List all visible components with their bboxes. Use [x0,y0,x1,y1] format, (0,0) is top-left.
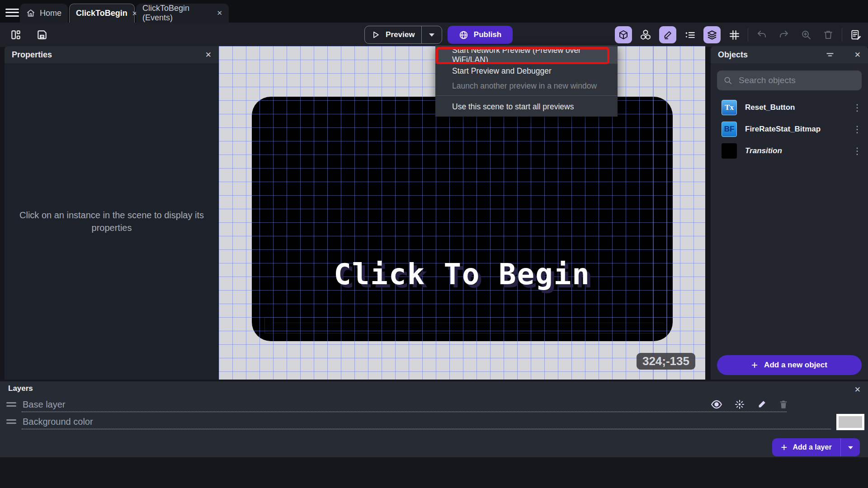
objects-close-icon[interactable]: ✕ [854,50,861,60]
bitmap-font-object-icon: BF [722,122,737,137]
sprite-object-icon [722,143,737,159]
preview-options-menu: Start Network Preview (Preview over WiFi… [435,45,618,117]
objects-search-input[interactable] [739,75,855,85]
object-menu-dots-icon[interactable]: ⋮ [853,102,862,113]
menu-item-launch-another-preview: Launch another preview in a new window [435,79,618,94]
add-layer-dropdown-arrow[interactable] [841,438,860,456]
object-row-fireratestat-bitmap[interactable]: BF FireRateStat_Bitmap ⋮ [711,118,868,140]
tab-scene-label: ClickToBegin [76,9,127,18]
layers-close-icon[interactable]: ✕ [854,385,861,394]
cursor-coordinates-badge: 324;-135 [637,353,695,370]
properties-empty-message: Click on an instance in the scene to dis… [14,209,209,234]
properties-panel-title: Properties [12,50,52,60]
menu-divider [435,95,618,96]
gdevelop-window: Home ClickToBegin ✕ ClickToBegin (Events… [0,0,868,488]
object-name: Reset_Button [745,103,795,112]
object-menu-dots-icon[interactable]: ⋮ [853,124,862,135]
background-color-label: Background color [23,417,93,427]
layer-delete-trash-icon[interactable] [778,399,788,409]
object-row-reset-button[interactable]: Tx Reset_Button ⋮ [711,97,868,118]
add-new-object-button[interactable]: + Add a new object [717,355,862,375]
objects-panel-title: Objects [718,50,748,60]
object-name: FireRateStat_Bitmap [745,125,821,134]
filter-icon[interactable] [826,50,835,59]
objects-search-box[interactable] [717,70,862,90]
text-object-icon: Tx [722,100,737,115]
grid-icon[interactable] [726,26,743,43]
plus-icon: + [751,359,758,371]
layers-panel: Layers ✕ Base layer [0,381,868,457]
objects-panel: Objects ✕ Tx Reset_Button ⋮ [711,46,868,380]
properties-panel: Properties ✕ Click on an instance in the… [5,46,219,380]
globe-icon [459,30,468,40]
layer-row-base[interactable]: Base layer [0,396,868,413]
instances-list-icon[interactable] [681,26,698,43]
add-layer-label: Add a layer [793,443,831,451]
layer-name-field[interactable]: Base layer [23,399,66,410]
objects-list: Tx Reset_Button ⋮ BF FireRateStat_Bitmap… [711,97,868,162]
main-menu-icon[interactable] [5,6,19,16]
tab-events-close-icon[interactable]: ✕ [217,9,222,17]
properties-close-icon[interactable]: ✕ [205,50,212,60]
play-icon [371,30,380,39]
layer-edit-pencil-icon[interactable] [757,399,767,409]
scene-background-shape[interactable] [252,97,673,341]
menu-item-use-scene-start-previews[interactable]: Use this scene to start all previews [435,99,618,115]
toolbar: Preview Publish [0,23,868,47]
scene-title-text[interactable]: Click To Begin [219,258,705,291]
object-row-transition[interactable]: Transition ⋮ [711,140,868,162]
tab-scene[interactable]: ClickToBegin ✕ [69,4,135,23]
scene-faint-line [272,323,665,323]
object-name: Transition [745,146,782,155]
undo-icon[interactable] [753,26,770,43]
publish-button-label: Publish [474,30,501,39]
edit-mode-pencil-icon[interactable] [659,26,676,43]
add-object-label: Add a new object [764,361,827,370]
drag-handle-icon[interactable] [6,418,16,426]
menu-item-start-network-preview[interactable]: Start Network Preview (Preview over WiFi… [435,47,618,64]
scene-faint-outline [264,317,674,333]
tab-home-label: Home [40,9,61,18]
delete-icon[interactable] [820,26,837,43]
layer-visibility-eye-icon[interactable] [711,399,722,409]
zoom-in-icon[interactable] [797,26,815,43]
preview-button-label: Preview [386,30,415,39]
redo-icon[interactable] [775,26,793,43]
scene-properties-icon[interactable] [847,26,864,43]
preview-dropdown-arrow[interactable] [422,26,442,43]
plus-icon: + [781,441,787,454]
home-icon [26,9,35,18]
drag-handle-icon[interactable] [6,400,16,408]
tab-home[interactable]: Home [20,4,68,23]
background-color-swatch[interactable] [836,414,864,430]
tab-scene-events[interactable]: ClickToBegin (Events) ✕ [136,4,229,23]
tab-bar: Home ClickToBegin ✕ ClickToBegin (Events… [0,0,868,23]
save-icon[interactable] [33,26,51,43]
layers-panel-title: Layers [8,384,33,393]
project-manager-icon[interactable] [7,26,24,43]
objects-groups-icon[interactable] [637,26,654,43]
layer-row-background-color[interactable]: Background color [0,413,868,430]
toggle-3d-view-icon[interactable] [615,26,632,43]
tab-events-label: ClickToBegin (Events) [142,4,212,23]
layers-panel-icon[interactable] [703,26,721,43]
menu-item-start-preview-debugger[interactable]: Start Preview and Debugger [435,64,618,79]
preview-button[interactable]: Preview [364,26,442,44]
layer-effects-icon[interactable] [734,399,745,410]
search-icon [723,76,732,85]
object-menu-dots-icon[interactable]: ⋮ [853,145,862,156]
add-layer-button[interactable]: + Add a layer [772,438,860,456]
publish-button[interactable]: Publish [448,26,513,44]
